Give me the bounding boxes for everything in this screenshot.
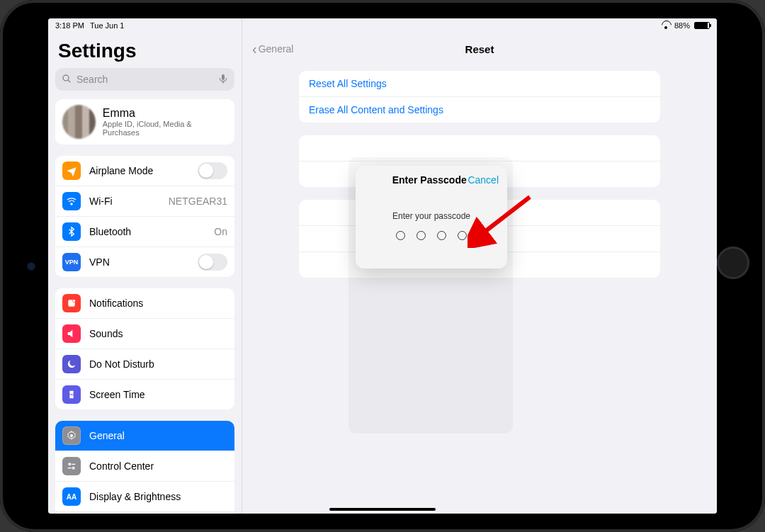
screen: 3:18 PM Tue Jun 1 88% Settings Search — [48, 18, 717, 514]
sidebar-item-homescreen[interactable]: Home Screen & Dock — [55, 511, 234, 514]
group-general: General Control Center AA Display & Brig… — [55, 421, 234, 514]
sidebar-item-airplane[interactable]: Airplane Mode — [55, 156, 234, 186]
svg-line-1 — [68, 80, 70, 82]
search-icon — [61, 73, 72, 86]
airplane-toggle[interactable] — [198, 162, 227, 179]
sidebar-item-wifi[interactable]: Wi-Fi NETGEAR31 — [55, 186, 234, 216]
avatar — [62, 105, 96, 139]
reset-group-1: Reset All Settings Erase All Content and… — [299, 71, 660, 123]
sidebar-item-display[interactable]: AA Display & Brightness — [55, 481, 234, 511]
dictate-icon[interactable] — [217, 73, 229, 86]
svg-point-7 — [70, 434, 73, 437]
label: Display & Brightness — [89, 491, 181, 502]
sidebar-item-bluetooth[interactable]: Bluetooth On — [55, 216, 234, 247]
vpn-toggle[interactable] — [198, 254, 227, 271]
sidebar-item-control-center[interactable]: Control Center — [55, 451, 234, 481]
airplane-icon — [62, 162, 81, 180]
search-placeholder: Search — [76, 74, 108, 85]
svg-point-0 — [63, 75, 69, 81]
home-button[interactable] — [717, 247, 749, 279]
sidebar-item-screentime[interactable]: Screen Time — [55, 379, 234, 409]
group-connectivity: Airplane Mode Wi-Fi NETGEAR31 Bluetooth … — [55, 156, 234, 277]
page-title: Settings — [48, 37, 242, 68]
vpn-icon: VPN — [62, 253, 81, 271]
sidebar-item-sounds[interactable]: Sounds — [55, 318, 234, 349]
settings-sidebar: Settings Search Emma Apple ID, iCloud, M… — [48, 18, 242, 514]
gear-icon — [62, 426, 81, 445]
label: Airplane Mode — [89, 165, 153, 176]
svg-point-10 — [72, 467, 74, 469]
passcode-dots[interactable] — [356, 231, 507, 240]
control-center-icon — [62, 457, 81, 475]
svg-point-6 — [72, 300, 75, 302]
svg-point-4 — [71, 203, 72, 205]
apple-id-card[interactable]: Emma Apple ID, iCloud, Media & Purchases — [55, 99, 234, 145]
bluetooth-icon — [62, 222, 81, 241]
sounds-icon — [62, 324, 81, 343]
wifi-icon — [662, 22, 670, 29]
search-field[interactable]: Search — [55, 68, 234, 91]
notifications-icon — [62, 294, 81, 312]
label: Wi-Fi — [89, 196, 113, 207]
label: Do Not Disturb — [89, 358, 154, 370]
dnd-icon — [62, 355, 81, 373]
label: General — [89, 430, 125, 441]
modal-prompt: Enter your passcode — [356, 211, 507, 221]
group-alerts: Notifications Sounds Do Not Disturb — [55, 288, 234, 409]
reset-all-settings[interactable]: Reset All Settings — [299, 71, 660, 96]
status-time: 3:18 PM — [55, 21, 84, 30]
label: VPN — [89, 256, 110, 268]
svg-rect-2 — [222, 74, 225, 80]
erase-all-content[interactable]: Erase All Content and Settings — [299, 96, 660, 123]
label: Bluetooth — [89, 226, 131, 237]
profile-sub: Apple ID, iCloud, Media & Purchases — [103, 120, 227, 137]
wifi-settings-icon — [62, 192, 81, 210]
status-date: Tue Jun 1 — [90, 21, 125, 30]
passcode-popover: Enter Passcode Cancel Enter your passcod… — [356, 166, 507, 268]
status-bar: 3:18 PM Tue Jun 1 88% — [48, 18, 717, 33]
profile-name: Emma — [103, 107, 227, 120]
sidebar-item-general[interactable]: General — [55, 421, 234, 451]
front-camera — [27, 262, 35, 271]
sidebar-item-dnd[interactable]: Do Not Disturb — [55, 349, 234, 379]
battery-icon — [694, 22, 710, 29]
nav-title: Reset — [242, 43, 717, 55]
ipad-device-frame: 3:18 PM Tue Jun 1 88% Settings Search — [0, 0, 765, 532]
passcode-dot — [437, 231, 446, 240]
svg-point-8 — [69, 463, 71, 465]
sidebar-item-notifications[interactable]: Notifications — [55, 288, 234, 318]
bluetooth-value: On — [214, 226, 227, 237]
display-icon: AA — [62, 487, 81, 506]
passcode-dot — [416, 231, 426, 240]
label: Control Center — [89, 460, 154, 472]
passcode-dot — [396, 231, 405, 240]
cancel-button[interactable]: Cancel — [468, 174, 499, 186]
label: Notifications — [89, 298, 143, 309]
label: Screen Time — [89, 389, 145, 400]
label: Sounds — [89, 328, 123, 339]
nav-bar: ‹ General Reset — [242, 37, 717, 61]
home-indicator[interactable] — [329, 508, 436, 511]
passcode-dot — [458, 231, 467, 240]
status-battery-pct: 88% — [674, 21, 690, 30]
modal-title: Enter Passcode — [391, 174, 468, 186]
wifi-value: NETGEAR31 — [169, 196, 227, 207]
sidebar-item-vpn[interactable]: VPN VPN — [55, 247, 234, 277]
screentime-icon — [62, 385, 81, 404]
